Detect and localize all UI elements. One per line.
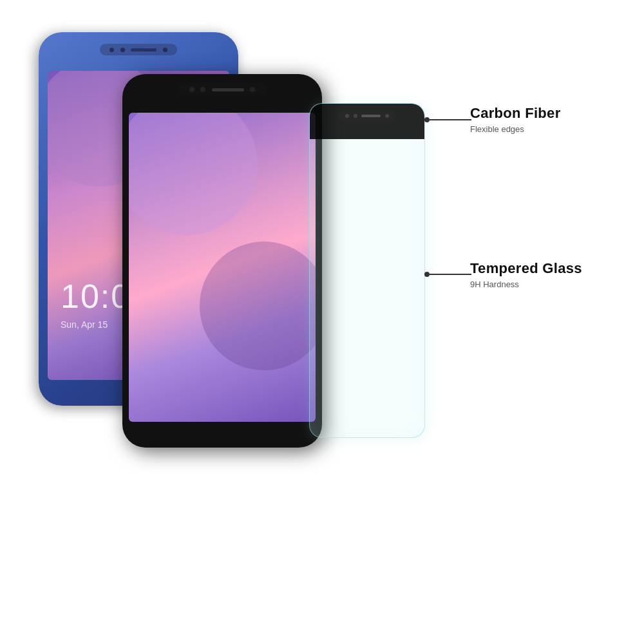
main-scene: 10:08 Sun, Apr 15 Carbon Fiber (0, 0, 644, 644)
front-earpiece-dot (250, 87, 255, 92)
phone-back-notch (100, 44, 177, 55)
tempered-glass-label: Tempered Glass 9H Hardness (470, 260, 582, 289)
phone-front-screen (129, 113, 316, 422)
glass-notch-area (338, 110, 396, 122)
back-speaker (131, 48, 156, 52)
back-sensor-dot (120, 48, 125, 52)
phone-front (122, 74, 322, 448)
phone-back-date: Sun, Apr 15 (61, 319, 108, 330)
carbon-fiber-dot (424, 117, 430, 122)
front-speaker (212, 88, 244, 91)
carbon-fiber-subtitle: Flexible edges (470, 124, 561, 134)
glass-protector (309, 103, 425, 438)
glass-notch-speaker (361, 115, 381, 117)
glass-protector-top (310, 104, 424, 139)
front-sensor-dot (200, 87, 205, 92)
carbon-fiber-title: Carbon Fiber (470, 104, 561, 123)
tempered-glass-line (430, 274, 471, 275)
tempered-glass-subtitle: 9H Hardness (470, 279, 582, 289)
glass-notch-dot-1 (345, 114, 349, 118)
tempered-glass-dot (424, 272, 430, 277)
glass-notch-dot-2 (354, 114, 357, 118)
glass-notch-dot-3 (385, 114, 389, 118)
back-earpiece-dot (163, 48, 167, 52)
phone-front-notch (177, 83, 267, 96)
carbon-fiber-label: Carbon Fiber Flexible edges (470, 104, 561, 134)
front-camera-dot (189, 87, 194, 92)
carbon-fiber-line (430, 119, 471, 120)
back-camera-dot (109, 48, 114, 52)
tempered-glass-title: Tempered Glass (470, 260, 582, 278)
